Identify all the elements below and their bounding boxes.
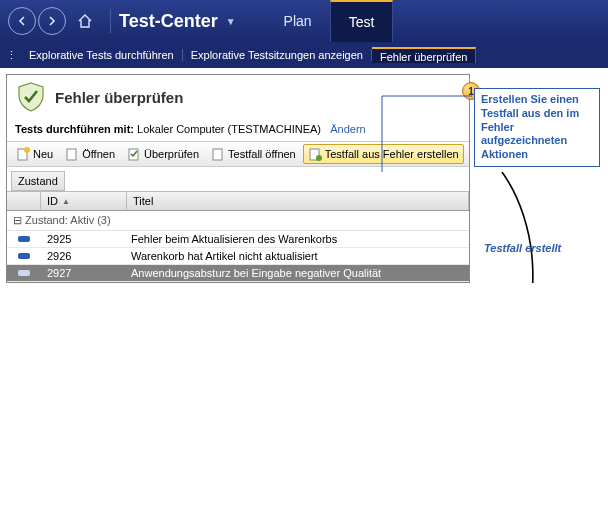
row-title: Warenkorb hat Artikel nicht aktualisiert [127, 250, 469, 262]
forward-button[interactable] [38, 7, 66, 35]
shield-check-icon [15, 81, 47, 113]
callout-1: Erstellen Sie einen Testfall aus den im … [474, 88, 600, 167]
table-row[interactable]: 2926 Warenkorb hat Artikel nicht aktuali… [7, 248, 469, 265]
panel-title: Fehler überprüfen [55, 89, 183, 106]
app-title: Test-Center [119, 11, 218, 32]
main-tabs: Plan Test [266, 0, 394, 42]
svg-point-6 [316, 155, 322, 161]
new-icon [16, 147, 30, 161]
open-icon [65, 147, 79, 161]
connector-1 [380, 92, 474, 174]
grid-group-label: Zustand: Aktiv (3) [25, 214, 111, 226]
subnav-testsitzungen[interactable]: Explorative Testsitzungen anzeigen [183, 49, 372, 61]
nav-arrows [8, 7, 66, 35]
open-button[interactable]: Öffnen [60, 144, 120, 164]
grid-columns: ID▲ Titel [7, 191, 469, 211]
row-title: Anwendungsabsturz bei Eingabe negativer … [127, 267, 469, 279]
app-header: Test-Center ▼ Plan Test [0, 0, 608, 42]
sort-asc-icon: ▲ [62, 197, 70, 206]
more-icon[interactable]: ⋮ [6, 49, 17, 62]
table-row-selected[interactable]: 2927 Anwendungsabsturz bei Eingabe negat… [7, 265, 469, 282]
testcase-open-icon [211, 147, 225, 161]
row-title: Fehler beim Aktualisieren des Warenkorbs [127, 233, 469, 245]
run-with-value: Lokaler Computer (TESTMACHINEA) [137, 123, 321, 135]
arrow-label: Testfall erstellt [484, 242, 561, 255]
subnav-explorative-tests[interactable]: Explorative Tests durchführen [21, 49, 183, 61]
col-titel[interactable]: Titel [127, 192, 469, 210]
sub-nav: ⋮ Explorative Tests durchführen Explorat… [0, 42, 608, 68]
verify-label: Überprüfen [144, 148, 199, 160]
new-label: Neu [33, 148, 53, 160]
bug-icon [17, 268, 31, 278]
verify-button[interactable]: Überprüfen [122, 144, 204, 164]
row-id: 2925 [41, 233, 127, 245]
arrow-left-icon [16, 15, 28, 27]
grid-group-header[interactable]: Zustand [11, 171, 65, 191]
divider [110, 9, 111, 33]
verify-icon [127, 147, 141, 161]
home-icon [76, 12, 94, 30]
open-label: Öffnen [82, 148, 115, 160]
run-with-label: Tests durchführen mit: [15, 123, 134, 135]
tab-test[interactable]: Test [330, 0, 394, 42]
col-icon[interactable] [7, 192, 41, 210]
change-link[interactable]: Ändern [330, 123, 365, 135]
new-button[interactable]: Neu [11, 144, 58, 164]
col-id-label: ID [47, 195, 58, 207]
bug-icon [17, 251, 31, 261]
col-id[interactable]: ID▲ [41, 192, 127, 210]
arrow-right-icon [46, 15, 58, 27]
svg-rect-7 [18, 236, 30, 242]
bug-icon [17, 234, 31, 244]
subnav-fehler-ueberpruefen[interactable]: Fehler überprüfen [372, 47, 476, 63]
row-id: 2927 [41, 267, 127, 279]
row-id: 2926 [41, 250, 127, 262]
open-testcase-label: Testfall öffnen [228, 148, 296, 160]
tab-plan[interactable]: Plan [266, 0, 330, 42]
grid-group-row[interactable]: ⊟ Zustand: Aktiv (3) [7, 211, 469, 231]
arrow-testcase-created [478, 172, 558, 283]
svg-rect-8 [18, 253, 30, 259]
table-row[interactable]: 2925 Fehler beim Aktualisieren des Waren… [7, 231, 469, 248]
svg-rect-4 [213, 149, 222, 160]
svg-point-1 [24, 147, 30, 153]
open-testcase-button[interactable]: Testfall öffnen [206, 144, 301, 164]
back-button[interactable] [8, 7, 36, 35]
home-button[interactable] [74, 10, 96, 32]
chevron-down-icon[interactable]: ▼ [226, 16, 236, 27]
svg-rect-9 [18, 270, 30, 276]
testcase-create-icon [308, 147, 322, 161]
svg-rect-2 [67, 149, 76, 160]
